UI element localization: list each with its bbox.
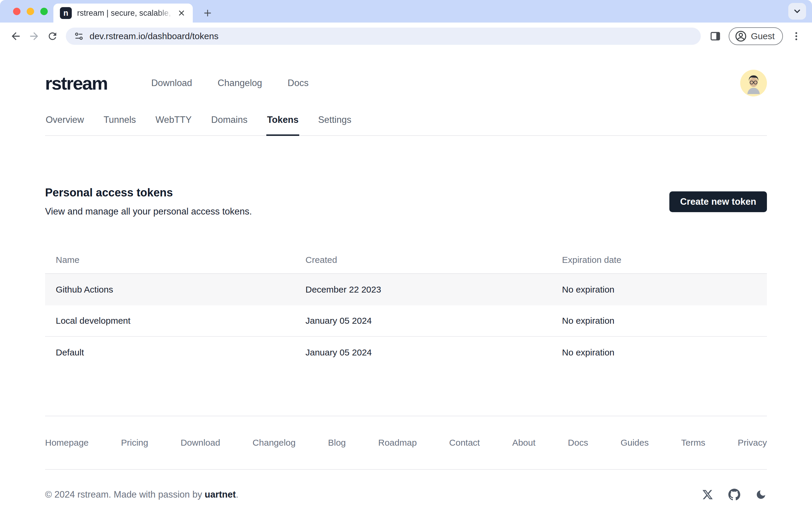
browser-tabstrip: n rstream | secure, scalable, an — [0, 0, 812, 22]
footer-link-download[interactable]: Download — [181, 438, 220, 448]
site-favicon: n — [60, 7, 72, 19]
footer-link-about[interactable]: About — [512, 438, 535, 448]
main-nav: Download Changelog Docs — [151, 78, 308, 88]
forward-icon[interactable] — [26, 28, 42, 44]
window-controls — [13, 8, 48, 15]
profile-button[interactable]: Guest — [729, 27, 783, 45]
reload-icon[interactable] — [45, 28, 61, 44]
token-name: Github Actions — [45, 284, 305, 295]
page-subtitle: View and manage all your personal access… — [45, 206, 252, 217]
browser-menu-icon[interactable] — [788, 28, 804, 44]
page-title: Personal access tokens — [45, 186, 252, 199]
copyright-text: © 2024 rstream. Made with passion by uar… — [45, 489, 238, 500]
nav-changelog[interactable]: Changelog — [218, 78, 262, 88]
user-avatar[interactable] — [740, 70, 767, 96]
minimize-window-button[interactable] — [27, 8, 34, 15]
browser-window: n rstream | secure, scalable, an — [0, 0, 812, 524]
nav-download[interactable]: Download — [151, 78, 192, 88]
url-text[interactable]: dev.rstream.io/dashboard/tokens — [89, 31, 219, 41]
table-row[interactable]: Default January 05 2024 No expiration — [45, 337, 767, 368]
token-name: Default — [45, 347, 305, 358]
footer-bottombar: © 2024 rstream. Made with passion by uar… — [45, 470, 767, 501]
token-expiration: No expiration — [562, 284, 767, 295]
tab-overview[interactable]: Overview — [45, 110, 85, 135]
site-settings-icon[interactable] — [73, 31, 84, 42]
tab-webtty[interactable]: WebTTY — [155, 110, 192, 135]
side-panel-icon[interactable] — [707, 28, 723, 44]
token-expiration: No expiration — [562, 347, 767, 358]
dashboard-tabs: Overview Tunnels WebTTY Domains Tokens S… — [45, 110, 767, 136]
browser-toolbar: dev.rstream.io/dashboard/tokens Guest — [0, 22, 812, 50]
rstream-logo[interactable]: rstream — [45, 73, 107, 94]
x-twitter-icon[interactable] — [702, 489, 713, 501]
close-window-button[interactable] — [13, 8, 20, 15]
social-icons — [702, 489, 767, 501]
footer-link-roadmap[interactable]: Roadmap — [378, 438, 417, 448]
footer-link-blog[interactable]: Blog — [328, 438, 346, 448]
url-bar[interactable]: dev.rstream.io/dashboard/tokens — [66, 28, 701, 45]
new-tab-button[interactable] — [199, 5, 216, 21]
column-created: Created — [305, 255, 562, 265]
dark-mode-moon-icon[interactable] — [755, 489, 767, 501]
guest-avatar-icon — [734, 30, 747, 43]
token-created: January 05 2024 — [305, 347, 562, 358]
site-header: rstream Download Changelog Docs — [45, 69, 767, 97]
zoom-window-button[interactable] — [40, 8, 48, 15]
footer-link-privacy[interactable]: Privacy — [738, 438, 767, 448]
tokens-table: Name Created Expiration date Github Acti… — [45, 247, 767, 368]
footer-link-homepage[interactable]: Homepage — [45, 438, 89, 448]
copyright-author[interactable]: uartnet — [205, 489, 236, 500]
github-icon[interactable] — [728, 489, 740, 501]
footer-link-changelog[interactable]: Changelog — [253, 438, 296, 448]
token-expiration: No expiration — [562, 316, 767, 326]
tab-tokens[interactable]: Tokens — [266, 110, 299, 135]
back-icon[interactable] — [8, 28, 24, 44]
footer-links: Homepage Pricing Download Changelog Blog… — [45, 416, 767, 469]
tab-settings[interactable]: Settings — [318, 110, 352, 135]
token-created: January 05 2024 — [305, 316, 562, 326]
browser-tab-title: rstream | secure, scalable, an — [77, 9, 175, 18]
close-tab-icon[interactable] — [175, 6, 188, 20]
section-header: Personal access tokens View and manage a… — [45, 186, 767, 217]
copyright-suffix: . — [236, 489, 238, 500]
tab-search-chevron-button[interactable] — [788, 3, 806, 20]
footer-link-terms[interactable]: Terms — [681, 438, 706, 448]
token-created: December 22 2023 — [305, 284, 562, 295]
page: rstream Download Changelog Docs — [0, 69, 812, 501]
browser-tab[interactable]: n rstream | secure, scalable, an — [53, 3, 193, 22]
column-expiration: Expiration date — [562, 255, 767, 265]
footer-link-contact[interactable]: Contact — [449, 438, 480, 448]
tab-tunnels[interactable]: Tunnels — [103, 110, 136, 135]
token-name: Local development — [45, 316, 305, 326]
nav-docs[interactable]: Docs — [288, 78, 309, 88]
table-header-row: Name Created Expiration date — [45, 247, 767, 274]
profile-label: Guest — [751, 31, 775, 41]
copyright-prefix: © 2024 rstream. Made with passion by — [45, 489, 205, 500]
footer-link-guides[interactable]: Guides — [621, 438, 648, 448]
footer-link-docs[interactable]: Docs — [568, 438, 588, 448]
footer-link-pricing[interactable]: Pricing — [121, 438, 148, 448]
create-token-button[interactable]: Create new token — [669, 191, 767, 212]
table-row[interactable]: Github Actions December 22 2023 No expir… — [45, 274, 767, 305]
tab-domains[interactable]: Domains — [210, 110, 248, 135]
column-name: Name — [45, 255, 305, 265]
table-row[interactable]: Local development January 05 2024 No exp… — [45, 305, 767, 337]
